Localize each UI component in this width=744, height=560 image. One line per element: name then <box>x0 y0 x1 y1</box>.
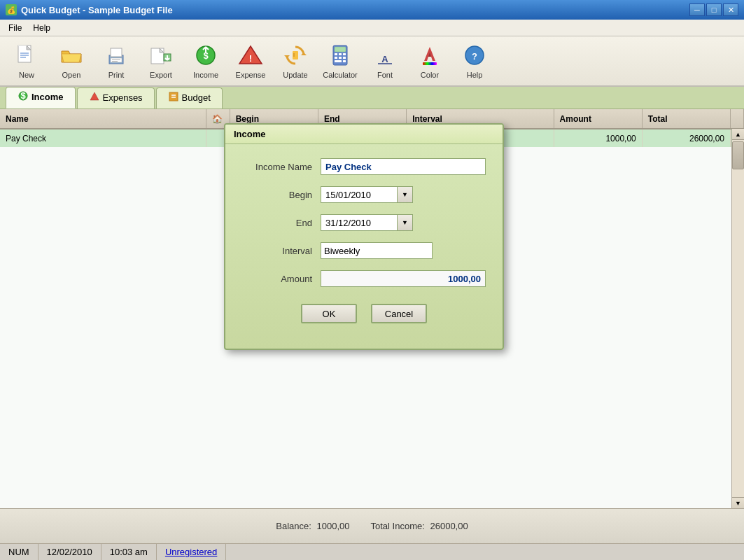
balance-label: Balance: <box>276 521 311 531</box>
toolbar-update-button[interactable]: Update <box>274 39 316 83</box>
total-income-text: Total Income: 26000,00 <box>371 521 468 531</box>
svg-rect-29 <box>335 53 337 55</box>
toolbar-export-button[interactable]: Export <box>140 39 182 83</box>
dialog-overlay: Income Income Name Begin ▼ End <box>0 109 744 508</box>
svg-text:?: ? <box>472 51 477 62</box>
svg-rect-35 <box>335 60 342 62</box>
balance-value: 1000,00 <box>317 521 350 531</box>
new-icon <box>14 43 39 68</box>
end-date-input[interactable] <box>321 214 398 231</box>
svg-rect-32 <box>335 57 337 59</box>
menu-file[interactable]: File <box>3 22 27 34</box>
begin-date-wrap: ▼ <box>321 186 413 203</box>
income-tab-icon: $ <box>17 90 29 104</box>
interval-select-wrap: Weekly Biweekly Monthly Yearly <box>321 242 433 259</box>
tabs-bar: $ Income Expenses Budget <box>0 87 744 109</box>
toolbar-color-label: Color <box>421 71 439 79</box>
update-icon <box>283 43 308 68</box>
income-icon: $ <box>193 43 218 68</box>
svg-rect-36 <box>343 60 346 62</box>
menu-bar: File Help <box>0 20 744 36</box>
interval-row: Interval Weekly Biweekly Monthly Yearly <box>242 242 486 259</box>
toolbar-new-button[interactable]: New <box>6 39 48 83</box>
title-bar: 💰 Quick Budget - Sample Budget File ─ □ … <box>0 0 744 20</box>
toolbar-expense-button[interactable]: ! Expense <box>230 39 272 83</box>
menu-help[interactable]: Help <box>27 22 56 34</box>
cancel-button[interactable]: Cancel <box>371 304 427 323</box>
toolbar-help-button[interactable]: ? Help <box>454 39 496 83</box>
toolbar-font-button[interactable]: A Font <box>364 39 406 83</box>
maximize-button[interactable]: □ <box>706 4 722 16</box>
income-name-label: Income Name <box>242 162 312 172</box>
toolbar-expense-label: Expense <box>236 71 266 79</box>
toolbar-open-button[interactable]: Open <box>50 39 92 83</box>
interval-select[interactable]: Weekly Biweekly Monthly Yearly <box>321 242 433 259</box>
toolbar-print-button[interactable]: Print <box>95 39 137 83</box>
svg-rect-28 <box>335 47 346 52</box>
print-icon <box>104 43 129 68</box>
toolbar: New Open Print <box>0 36 744 87</box>
svg-rect-34 <box>343 57 346 59</box>
font-icon: A <box>372 43 398 68</box>
svg-rect-25 <box>293 51 298 59</box>
tab-expenses-label: Expenses <box>103 92 143 103</box>
date-label: 12/02/2010 <box>47 547 92 557</box>
help-icon: ? <box>462 43 487 68</box>
toolbar-color-button[interactable]: Color <box>409 39 451 83</box>
end-date-wrap: ▼ <box>321 214 413 231</box>
tab-budget[interactable]: Budget <box>156 88 223 108</box>
begin-date-input[interactable] <box>321 186 398 203</box>
toolbar-income-label: Income <box>193 71 218 79</box>
status-bar: Balance: 1000,00 Total Income: 26000,00 <box>0 508 744 543</box>
bottom-bar: NUM 12/02/2010 10:03 am Unregistered <box>0 543 744 560</box>
total-income-value: 26000,00 <box>430 521 468 531</box>
svg-rect-7 <box>111 48 122 57</box>
svg-rect-30 <box>339 53 342 55</box>
svg-text:A: A <box>381 54 388 64</box>
unregistered-label: Unregistered <box>165 547 217 557</box>
svg-rect-39 <box>423 62 437 65</box>
date-segment: 12/02/2010 <box>38 544 101 560</box>
begin-row: Begin ▼ <box>242 186 486 203</box>
toolbar-help-label: Help <box>467 71 483 79</box>
tab-budget-label: Budget <box>182 92 211 103</box>
toolbar-update-label: Update <box>283 71 307 79</box>
begin-date-dropdown[interactable]: ▼ <box>398 186 413 203</box>
toolbar-print-label: Print <box>108 71 125 79</box>
svg-rect-44 <box>169 92 178 101</box>
tab-income[interactable]: $ Income <box>6 87 76 108</box>
ok-button[interactable]: OK <box>301 304 357 323</box>
svg-marker-23 <box>301 52 307 55</box>
svg-marker-24 <box>284 55 290 58</box>
time-label: 10:03 am <box>110 547 148 557</box>
toolbar-open-label: Open <box>62 71 81 79</box>
minimize-button[interactable]: ─ <box>689 4 705 16</box>
expense-icon: ! <box>238 43 263 68</box>
expenses-tab-icon <box>89 91 100 104</box>
num-label: NUM <box>8 547 29 557</box>
budget-tab-icon <box>168 91 179 104</box>
title-bar-controls: ─ □ ✕ <box>689 4 738 16</box>
toolbar-new-label: New <box>19 71 34 79</box>
amount-input[interactable] <box>321 270 486 287</box>
balance-text: Balance: 1000,00 <box>276 521 349 531</box>
income-dialog: Income Income Name Begin ▼ End <box>224 123 504 350</box>
svg-text:!: ! <box>249 53 252 64</box>
income-name-input[interactable] <box>321 158 486 175</box>
close-button[interactable]: ✕ <box>723 4 738 16</box>
svg-text:$: $ <box>20 90 26 101</box>
end-label: End <box>242 218 312 228</box>
svg-rect-31 <box>343 53 346 55</box>
amount-label: Amount <box>242 274 312 284</box>
svg-rect-10 <box>112 61 118 62</box>
unregistered-segment[interactable]: Unregistered <box>157 544 226 560</box>
interval-label: Interval <box>242 246 312 256</box>
tab-expenses[interactable]: Expenses <box>77 88 155 108</box>
num-segment: NUM <box>0 544 38 560</box>
color-icon <box>417 43 442 68</box>
end-date-dropdown[interactable]: ▼ <box>398 214 413 231</box>
svg-rect-2 <box>18 46 27 46</box>
toolbar-income-button[interactable]: $ Income <box>185 39 227 83</box>
toolbar-calculator-button[interactable]: Calculator <box>319 39 361 83</box>
export-icon <box>148 43 174 68</box>
